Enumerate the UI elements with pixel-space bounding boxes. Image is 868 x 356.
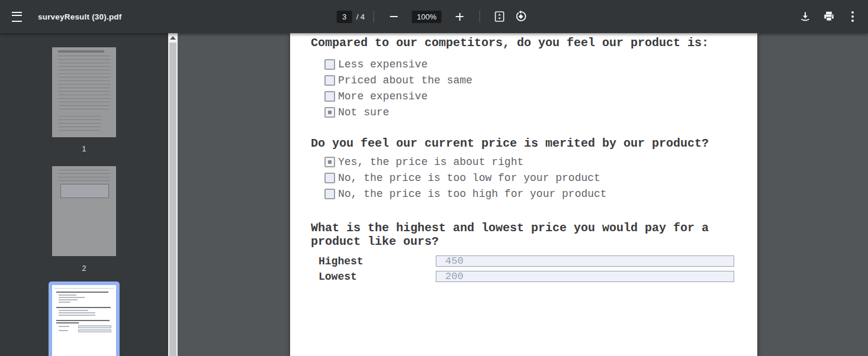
sidebar-scrollbar[interactable]	[168, 33, 178, 356]
option-row: Less expensive	[324, 59, 427, 70]
checkbox-more-expensive[interactable]	[324, 91, 335, 102]
plus-icon	[456, 13, 464, 21]
zoom-level[interactable]: 100%	[412, 11, 441, 23]
page-thumbnail-1-label: 1	[52, 145, 116, 153]
option-label: Not sure	[338, 106, 389, 118]
toolbar-divider	[479, 11, 480, 22]
zoom-out-button[interactable]	[387, 9, 401, 24]
checkbox-price-too-low[interactable]	[324, 173, 335, 183]
option-label: Less expensive	[338, 59, 427, 70]
lowest-price-input[interactable]: 200	[436, 271, 734, 282]
option-row: No, the price is too low for your produc…	[324, 173, 600, 183]
field-row: Highest 450	[319, 255, 734, 267]
toolbar-divider	[374, 11, 374, 22]
checkbox-price-too-high[interactable]	[324, 189, 335, 199]
highest-price-input[interactable]: 450	[436, 255, 734, 267]
option-label: Priced about the same	[338, 75, 472, 86]
scrollbar-up-arrow[interactable]	[170, 36, 176, 40]
option-label: Yes, the price is about right	[338, 156, 523, 168]
checkbox-not-sure[interactable]	[324, 107, 335, 118]
pdf-page-3: Compared to our competitors, do you feel…	[290, 33, 757, 356]
toolbar-center: 3 / 4 100%	[337, 0, 532, 33]
rotate-icon	[514, 10, 527, 23]
question-1-heading: Compared to our competitors, do you feel…	[311, 36, 737, 50]
option-row: Not sure	[324, 107, 389, 118]
toolbar-left: surveyResult (30).pdf	[0, 0, 122, 33]
checkbox-less-expensive[interactable]	[324, 59, 335, 70]
question-2-heading: Do you feel our current price is merited…	[311, 137, 737, 150]
page-thumbnail-3-selected[interactable]	[49, 281, 120, 356]
kebab-icon	[851, 11, 854, 22]
fit-page-icon	[493, 10, 506, 23]
lowest-label: Lowest	[319, 271, 436, 283]
option-label: No, the price is too high for your produ…	[338, 188, 607, 200]
pdf-viewer-window: surveyResult (30).pdf 3 / 4 100%	[0, 0, 868, 356]
page-count: / 4	[356, 12, 365, 21]
scrollbar-thumb[interactable]	[169, 43, 176, 356]
option-row: No, the price is too high for your produ…	[324, 189, 607, 199]
document-viewer: Compared to our competitors, do you feel…	[178, 33, 868, 356]
menu-button[interactable]	[0, 0, 33, 33]
fit-page-button[interactable]	[492, 9, 506, 24]
question-3-heading: What is the highest and lowest price you…	[311, 221, 725, 248]
option-label: More expensive	[338, 90, 427, 102]
page-thumbnail-1[interactable]	[52, 47, 116, 137]
option-row: Yes, the price is about right	[324, 157, 523, 167]
highest-label: Highest	[319, 255, 436, 267]
download-button[interactable]	[793, 0, 817, 33]
download-icon	[799, 10, 812, 23]
option-label: No, the price is too low for your produc…	[338, 172, 600, 184]
toolbar-right	[793, 0, 864, 33]
menu-icon	[12, 12, 22, 22]
print-button[interactable]	[817, 0, 841, 33]
field-row: Lowest 200	[319, 271, 734, 282]
checkbox-priced-about-same[interactable]	[324, 75, 335, 86]
more-options-button[interactable]	[841, 0, 864, 33]
page-thumbnail-2[interactable]	[52, 166, 116, 256]
rotate-button[interactable]	[513, 9, 528, 24]
pdf-toolbar: surveyResult (30).pdf 3 / 4 100%	[0, 0, 868, 33]
print-icon	[822, 10, 835, 23]
page-thumbnail-3	[52, 285, 116, 356]
option-row: More expensive	[324, 91, 427, 102]
minus-icon	[390, 16, 398, 17]
page-thumbnail-2-label: 2	[52, 264, 116, 273]
zoom-in-button[interactable]	[452, 9, 467, 24]
checkbox-yes-price-right[interactable]	[324, 157, 335, 167]
page-number-input[interactable]: 3	[337, 11, 352, 23]
option-row: Priced about the same	[324, 75, 472, 86]
document-title: surveyResult (30).pdf	[38, 12, 122, 21]
thumbnail-sidebar: 1 2	[0, 33, 178, 356]
